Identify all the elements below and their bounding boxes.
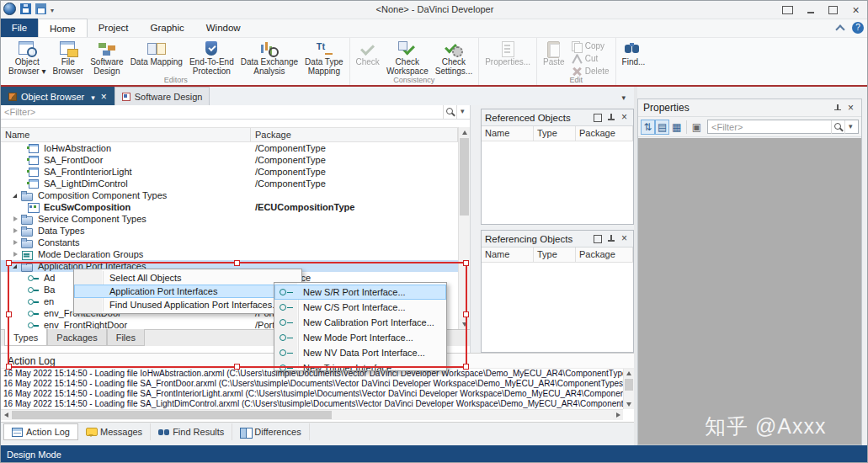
collapse-ribbon-icon[interactable] — [835, 23, 845, 33]
submenu-item[interactable]: New S/R Port Interface... — [274, 285, 446, 300]
app-logo-icon[interactable] — [3, 3, 16, 15]
filter-input[interactable] — [1, 106, 443, 119]
ribbon-tab[interactable]: Graphic — [139, 19, 194, 37]
tree-expander-icon[interactable] — [10, 167, 27, 178]
close-button[interactable] — [844, 1, 867, 19]
float-panel-icon[interactable] — [592, 233, 603, 244]
submenu-item[interactable]: New Trigger Interface... — [274, 360, 446, 371]
search-icon[interactable] — [831, 120, 844, 134]
column-header[interactable]: Package — [576, 126, 633, 141]
pin-panel-icon[interactable] — [832, 103, 843, 114]
scroll-up-icon[interactable] — [624, 369, 634, 378]
tab-list-caret-icon[interactable] — [621, 92, 626, 102]
ribbon-button[interactable]: Data Mapping — [127, 40, 186, 77]
tree-expander-icon[interactable] — [10, 273, 27, 284]
tree-row[interactable]: SA_FrontInteriorLight /ComponentType — [1, 166, 458, 178]
ribbon-button[interactable]: Data Type Mapping — [301, 40, 346, 77]
document-tab[interactable]: Software Design — [114, 87, 210, 105]
tree-row[interactable]: EcuSwComposition /ECUCompositionType — [1, 201, 458, 213]
tree-expander-icon[interactable] — [10, 202, 27, 213]
context-menu-item[interactable]: Select All Objects — [74, 271, 301, 285]
ribbon-tab[interactable]: Window — [195, 19, 252, 37]
tree-expander-icon[interactable] — [10, 214, 21, 225]
submenu-item[interactable]: New C/S Port Interface... — [274, 300, 446, 315]
output-tab[interactable]: Action Log — [3, 423, 78, 440]
ribbon-button[interactable]: Check Settings... — [432, 40, 476, 77]
ribbon-button[interactable]: Software Design — [87, 40, 126, 77]
output-tab[interactable]: Find Results — [151, 423, 232, 440]
ribbon-small-button[interactable]: Cut — [568, 52, 613, 65]
tree-expander-icon[interactable] — [10, 296, 27, 307]
tree-row[interactable]: IoHwAbstraction /ComponentType — [1, 142, 458, 154]
pin-panel-icon[interactable] — [605, 233, 616, 244]
tree-expander-icon[interactable] — [10, 308, 27, 319]
column-header[interactable]: Type — [534, 247, 576, 262]
browser-view-tab[interactable]: Files — [107, 329, 145, 346]
ribbon-small-button[interactable]: Copy — [568, 40, 613, 52]
browser-view-tab[interactable]: Types — [4, 329, 47, 346]
tree-row[interactable]: Data Types — [1, 225, 458, 237]
save-icon[interactable] — [20, 3, 31, 14]
ribbon-tab[interactable]: Project — [88, 19, 140, 37]
log-vertical-scrollbar[interactable] — [623, 369, 634, 409]
column-header[interactable]: Type — [534, 126, 576, 141]
filter-dropdown-icon[interactable] — [844, 120, 858, 134]
tree-row[interactable]: Service Component Types — [1, 213, 458, 225]
scrollbar-thumb[interactable] — [625, 379, 633, 391]
scroll-right-icon[interactable] — [613, 410, 623, 420]
help-icon[interactable] — [852, 22, 864, 34]
browser-view-tab[interactable]: Packages — [47, 329, 106, 346]
grid-view-icon[interactable] — [669, 120, 684, 135]
scroll-left-icon[interactable] — [1, 410, 11, 420]
tree-expander-icon[interactable] — [10, 226, 21, 237]
scroll-down-icon[interactable] — [624, 400, 634, 409]
tree-expander-icon[interactable] — [10, 320, 27, 330]
scrollbar-thumb[interactable] — [460, 138, 469, 216]
paste-button[interactable]: Paste — [540, 40, 568, 77]
categorized-view-icon[interactable] — [655, 120, 669, 135]
display-icon[interactable] — [776, 1, 799, 19]
submenu-item[interactable]: New Mode Port Interface... — [274, 330, 446, 345]
referencing-objects-list[interactable] — [482, 263, 633, 352]
ribbon-button[interactable]: Object Browser ▾ — [5, 40, 49, 77]
tree-expander-icon[interactable] — [10, 190, 21, 201]
context-menu-item[interactable]: Application Port Interfaces — [74, 285, 301, 298]
float-panel-icon[interactable] — [592, 112, 603, 123]
column-header[interactable]: Package — [251, 128, 458, 141]
minimize-button[interactable] — [799, 1, 822, 19]
quick-access-caret-icon[interactable] — [51, 4, 54, 14]
close-panel-icon[interactable] — [619, 112, 630, 123]
ribbon-button[interactable]: End-To-End Protection — [186, 40, 237, 77]
close-panel-icon[interactable] — [845, 103, 856, 114]
tree-expander-icon[interactable] — [10, 261, 21, 272]
ribbon-button[interactable]: File Browser — [49, 40, 87, 77]
scroll-down-icon[interactable] — [459, 319, 470, 329]
pin-panel-icon[interactable] — [605, 112, 616, 123]
tab-close-icon[interactable] — [101, 92, 107, 102]
ribbon-button[interactable]: Check Workspace — [383, 40, 432, 77]
column-header[interactable]: Name — [482, 126, 534, 141]
submenu-item[interactable]: New Calibration Port Interface... — [274, 315, 446, 330]
tab-dropdown-icon[interactable] — [91, 92, 95, 102]
tree-row[interactable]: Composition Component Types — [1, 189, 458, 201]
context-menu-item[interactable]: Find Unused Application Port Interfaces.… — [74, 298, 301, 311]
output-tab[interactable]: Differences — [232, 423, 309, 440]
ribbon-button[interactable]: Data Exchange Analysis — [237, 40, 301, 77]
submenu-item[interactable]: New NV Data Port Interface... — [274, 345, 446, 360]
save-workspace-icon[interactable] — [35, 3, 46, 14]
log-horizontal-scrollbar[interactable] — [1, 409, 623, 420]
tree-expander-icon[interactable] — [10, 155, 27, 166]
scrollbar-thumb[interactable] — [12, 411, 332, 419]
referenced-objects-list[interactable] — [482, 141, 633, 224]
file-menu-button[interactable]: File — [1, 19, 38, 37]
tree-expander-icon[interactable] — [10, 285, 27, 295]
find-button[interactable]: Find... — [619, 40, 649, 77]
ribbon-button[interactable]: Check — [353, 40, 383, 77]
document-tab[interactable]: Object Browser — [1, 87, 114, 105]
column-header[interactable]: Package — [576, 247, 633, 262]
property-pages-icon[interactable] — [690, 120, 704, 135]
tree-expander-icon[interactable] — [10, 178, 27, 189]
sort-alphabetical-icon[interactable] — [641, 120, 655, 135]
tree-expander-icon[interactable] — [10, 249, 21, 260]
scroll-up-icon[interactable] — [459, 127, 470, 137]
